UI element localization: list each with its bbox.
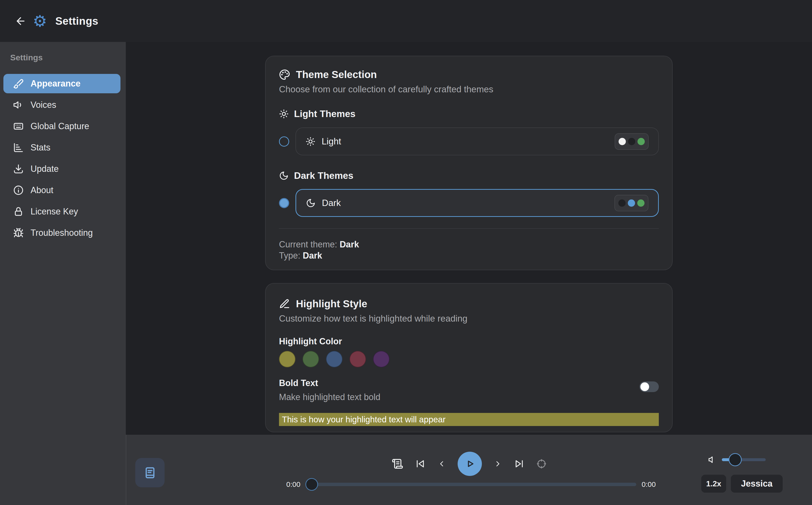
sidebar-header: Settings: [10, 53, 126, 62]
theme-selection-card: Theme Selection Choose from our collecti…: [265, 56, 673, 270]
highlight-style-card: Highlight Style Customize how text is hi…: [265, 283, 673, 432]
sidebar-item-label: Voices: [30, 100, 56, 110]
play-icon: [463, 458, 476, 470]
dark-theme-label: Dark: [322, 198, 341, 208]
volume-slider[interactable]: [722, 458, 766, 461]
sidebar-item-voices[interactable]: Voices: [3, 95, 121, 115]
transport-controls: [392, 452, 547, 476]
top-bar: ⚙ Settings: [0, 0, 812, 42]
download-icon: [13, 164, 24, 174]
player-bar: 0:00 0:00 1.2x Jessica: [126, 435, 812, 505]
library-button[interactable]: [135, 458, 165, 487]
light-theme-label: Light: [322, 136, 341, 147]
gear-icon: ⚙: [33, 13, 47, 29]
sidebar-item-about[interactable]: About: [3, 181, 121, 200]
highlight-color-swatches: [279, 351, 659, 367]
sidebar-item-label: About: [30, 185, 53, 195]
swatch-dot: [619, 138, 626, 145]
volume-row: [708, 455, 766, 465]
dark-themes-label: Dark Themes: [294, 170, 353, 181]
dark-theme-radio[interactable]: [279, 198, 289, 208]
sun-icon: [279, 109, 289, 119]
current-theme-value: Dark: [340, 239, 359, 249]
toggle-knob: [640, 382, 649, 391]
moon-icon: [306, 198, 316, 208]
color-swatch-purple[interactable]: [373, 351, 389, 367]
divider: [279, 228, 659, 229]
voice-label: Jessica: [741, 479, 773, 489]
sidebar-item-label: Appearance: [30, 78, 80, 89]
highlight-color-label: Highlight Color: [279, 336, 659, 347]
progress-slider[interactable]: [307, 483, 636, 486]
brush-icon: [13, 78, 24, 89]
card-subtitle: Choose from our collection of carefully …: [279, 84, 659, 95]
volume-icon[interactable]: [708, 455, 717, 465]
card-title: Highlight Style: [296, 298, 367, 310]
crosshair-icon[interactable]: [536, 459, 547, 469]
highlight-preview: This is how your highlighted text will a…: [279, 413, 659, 426]
skip-forward-icon[interactable]: [514, 459, 524, 469]
skip-back-icon[interactable]: [415, 459, 426, 469]
light-theme-row[interactable]: Light: [296, 128, 659, 155]
previous-sentence-icon[interactable]: [437, 460, 446, 468]
progress-thumb[interactable]: [305, 478, 318, 491]
speaker-icon: [13, 100, 24, 110]
bug-icon: [13, 227, 24, 238]
swatch-dot: [628, 199, 635, 207]
swatch-dot: [638, 138, 645, 145]
keyboard-icon: [13, 121, 24, 132]
play-button[interactable]: [458, 452, 482, 476]
bold-text-toggle[interactable]: [639, 381, 659, 392]
transcript-icon[interactable]: [392, 458, 403, 470]
sidebar-item-update[interactable]: Update: [3, 159, 121, 179]
sidebar-item-label: License Key: [30, 206, 78, 217]
palette-icon: [279, 69, 290, 80]
back-arrow-icon[interactable]: [15, 15, 26, 27]
bar-chart-icon: [13, 142, 24, 153]
sun-icon: [306, 137, 315, 146]
bold-text-label: Bold Text: [279, 378, 380, 388]
light-theme-preview-swatches: [615, 133, 649, 150]
sidebar-item-label: Global Capture: [30, 121, 89, 131]
voice-button[interactable]: Jessica: [731, 475, 783, 493]
color-swatch-green[interactable]: [303, 351, 319, 367]
light-themes-label: Light Themes: [294, 109, 356, 119]
highlighter-icon: [279, 298, 290, 309]
next-sentence-icon[interactable]: [493, 460, 502, 468]
light-themes-heading: Light Themes: [279, 108, 659, 120]
page-title: Settings: [55, 15, 99, 27]
sidebar-item-appearance[interactable]: Appearance: [3, 74, 121, 93]
light-theme-radio[interactable]: [279, 136, 289, 147]
remaining-time: 0:00: [642, 480, 656, 489]
card-title: Theme Selection: [296, 69, 377, 80]
theme-status: Current theme: Dark Type: Dark: [279, 239, 659, 261]
swatch-dot: [637, 199, 645, 207]
playback-speed-button[interactable]: 1.2x: [701, 475, 726, 493]
card-subtitle: Customize how text is highlighted while …: [279, 314, 659, 324]
sidebar-item-label: Troubleshooting: [30, 228, 93, 238]
sidebar-item-label: Stats: [30, 143, 50, 153]
sidebar-item-stats[interactable]: Stats: [3, 138, 121, 157]
current-theme-label: Current theme:: [279, 239, 337, 249]
color-swatch-blue[interactable]: [326, 351, 342, 367]
dark-themes-heading: Dark Themes: [279, 170, 659, 181]
speed-label: 1.2x: [706, 479, 721, 488]
swatch-dot: [618, 199, 626, 207]
settings-sidebar: Settings Appearance Voices Global Captur…: [0, 42, 126, 505]
progress-row: 0:00 0:00: [286, 480, 656, 489]
color-swatch-olive[interactable]: [279, 351, 296, 367]
sidebar-item-troubleshooting[interactable]: Troubleshooting: [3, 223, 121, 242]
lock-icon: [13, 206, 24, 217]
swatch-dot: [628, 138, 635, 145]
sidebar-item-global-capture[interactable]: Global Capture: [3, 117, 121, 136]
elapsed-time: 0:00: [286, 480, 301, 489]
book-icon: [144, 466, 157, 479]
moon-icon: [279, 171, 289, 181]
sidebar-item-license-key[interactable]: License Key: [3, 202, 121, 221]
sidebar-item-label: Update: [30, 164, 59, 174]
volume-thumb[interactable]: [728, 453, 742, 466]
color-swatch-red[interactable]: [349, 351, 366, 367]
theme-type-value: Dark: [303, 250, 322, 261]
dark-theme-preview-swatches: [615, 195, 648, 211]
dark-theme-row[interactable]: Dark: [296, 189, 659, 217]
